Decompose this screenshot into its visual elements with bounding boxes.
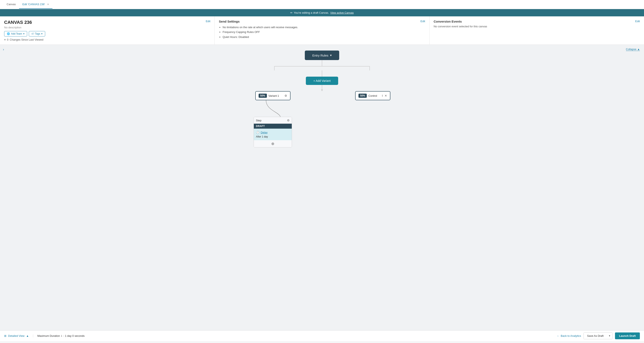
flow-layout: Entry Rules ▾ bbox=[0, 45, 644, 153]
control-info-icon[interactable]: ℹ bbox=[382, 94, 383, 97]
canvas-edit-link[interactable]: Edit bbox=[206, 20, 210, 23]
draft-banner: ✏ You're editing a draft Canvas. View ac… bbox=[0, 9, 644, 16]
detailed-view-button[interactable]: ⊞ Detailed View ▲ bbox=[4, 334, 33, 338]
send-settings-list: No limitations on the rate at which user… bbox=[219, 25, 425, 39]
chevron-down-icon: ▾ bbox=[23, 32, 24, 35]
collapse-button[interactable]: Collapse ▲ bbox=[626, 48, 640, 51]
variant1-node[interactable]: 50% Variant 1 ⚙ bbox=[255, 91, 290, 100]
conversion-events-text: No conversion event selected for this ca… bbox=[434, 25, 640, 28]
footer-bar: ⊞ Detailed View ▲ Maximum Duration ℹ : 1… bbox=[0, 330, 644, 341]
send-settings-edit-link[interactable]: Edit bbox=[420, 20, 425, 23]
send-settings-item-2: Quiet Hours: Disabled bbox=[222, 34, 425, 39]
add-variant-button[interactable]: + Add Variant bbox=[306, 77, 338, 85]
variant1-label: Variant 1 bbox=[268, 94, 283, 97]
svg-marker-6 bbox=[321, 89, 323, 91]
conversion-events-title: Conversion Events bbox=[434, 20, 640, 23]
variants-container: 50% Variant 1 ⚙ bbox=[250, 91, 394, 147]
chevron-down-icon-tags: ▾ bbox=[41, 32, 42, 35]
arrow-left-icon: ← bbox=[557, 334, 560, 338]
send-settings-item-0: No limitations on the rate at which user… bbox=[222, 25, 425, 30]
changes-row[interactable]: ≡ 0 Changes Since Last Viewed bbox=[4, 38, 210, 41]
close-tab-icon[interactable]: ✕ bbox=[47, 3, 49, 6]
globe-icon: 🌐 bbox=[7, 32, 10, 35]
variant1-pct: 50% bbox=[258, 94, 267, 98]
back-to-analytics-button[interactable]: ← Back to Analytics bbox=[557, 334, 581, 338]
canvas-flow-wrapper: Collapse ▲ › Entry Rules ▾ bbox=[0, 45, 644, 330]
tab-edit-canvas[interactable]: Edit 'CANVAS 236' ✕ bbox=[19, 0, 52, 9]
step-delay-section: 🕐 Delay After 1 day bbox=[254, 129, 292, 140]
canvas-actions: 🌐 Add Team ▾ 🏷 Tags ▾ bbox=[4, 31, 210, 36]
step-gear-icon[interactable]: ⚙ bbox=[287, 119, 290, 122]
control-node[interactable]: 50% Control ℹ ✕ bbox=[355, 91, 390, 100]
fan-connector bbox=[250, 60, 394, 70]
list-icon: ≡ bbox=[4, 38, 6, 41]
fan-svg bbox=[250, 60, 394, 70]
chevron-down-icon-entry: ▾ bbox=[330, 53, 332, 57]
save-as-draft-group: Save As Draft ▾ bbox=[584, 333, 612, 339]
max-duration-info: Maximum Duration ℹ : 1 day 0 seconds bbox=[33, 334, 557, 338]
expand-sidebar-button[interactable]: › bbox=[3, 48, 4, 51]
variant1-gear-icon[interactable]: ⚙ bbox=[284, 94, 287, 97]
canvas-description: No description bbox=[4, 26, 210, 29]
clock-icon: 🕐 bbox=[256, 131, 260, 134]
info-icon-duration: ℹ bbox=[61, 335, 62, 338]
delay-after: After 1 day bbox=[256, 135, 290, 138]
tag-icon: 🏷 bbox=[32, 32, 34, 35]
footer-right: ← Back to Analytics Save As Draft ▾ Laun… bbox=[557, 333, 640, 339]
step-title: Step bbox=[256, 119, 262, 122]
chevron-up-icon-footer: ▲ bbox=[26, 334, 29, 338]
conversion-events-edit-link[interactable]: Edit bbox=[635, 20, 640, 23]
launch-draft-button[interactable]: Launch Draft bbox=[615, 333, 640, 339]
send-settings-item-1: Frequency Capping Rules OFF bbox=[222, 30, 425, 34]
send-settings-title: Send Settings bbox=[219, 20, 425, 23]
plus-circle-icon: ⊕ bbox=[271, 141, 274, 146]
delay-row: 🕐 Delay bbox=[256, 131, 290, 134]
send-settings-section: Edit Send Settings No limitations on the… bbox=[215, 16, 429, 44]
tab-canvas[interactable]: Canvas bbox=[3, 0, 19, 9]
delay-label[interactable]: Delay bbox=[261, 131, 268, 134]
step-header: Step ⚙ bbox=[254, 117, 292, 124]
chevron-up-icon: ▲ bbox=[637, 48, 640, 51]
save-as-draft-button[interactable]: Save As Draft bbox=[584, 333, 607, 339]
variants-wrapper: + Add Variant 50% V bbox=[250, 70, 394, 147]
header-info: Edit CANVAS 236 No description 🌐 Add Tea… bbox=[0, 16, 644, 45]
canvas-title: CANVAS 236 bbox=[4, 20, 210, 25]
conversion-events-section: Edit Conversion Events No conversion eve… bbox=[430, 16, 644, 44]
control-label: Control bbox=[368, 94, 380, 97]
step-add-button[interactable]: ⊕ bbox=[254, 140, 292, 147]
detailed-view-icon: ⊞ bbox=[4, 334, 6, 338]
add-team-button[interactable]: 🌐 Add Team ▾ bbox=[4, 31, 27, 36]
control-pct: 50% bbox=[358, 94, 367, 98]
save-draft-dropdown-button[interactable]: ▾ bbox=[607, 333, 612, 339]
step-draft-badge: DRAFT bbox=[254, 124, 292, 129]
variant1-branch: 50% Variant 1 ⚙ bbox=[254, 91, 292, 147]
pencil-icon: ✏ bbox=[290, 11, 292, 14]
entry-rules-node[interactable]: Entry Rules ▾ bbox=[305, 50, 339, 60]
tab-bar: Canvas Edit 'CANVAS 236' ✕ bbox=[0, 0, 644, 9]
tags-button[interactable]: 🏷 Tags ▾ bbox=[29, 31, 45, 36]
control-branch: 50% Control ℹ ✕ bbox=[355, 91, 390, 100]
canvas-info-section: Edit CANVAS 236 No description 🌐 Add Tea… bbox=[0, 16, 215, 44]
canvas-area: Collapse ▲ › Entry Rules ▾ bbox=[0, 45, 644, 330]
view-active-canvas-link[interactable]: View active Canvas bbox=[330, 11, 354, 14]
step-card: Step ⚙ DRAFT 🕐 Delay After 1 day bbox=[254, 117, 292, 147]
control-close-icon[interactable]: ✕ bbox=[384, 94, 387, 97]
